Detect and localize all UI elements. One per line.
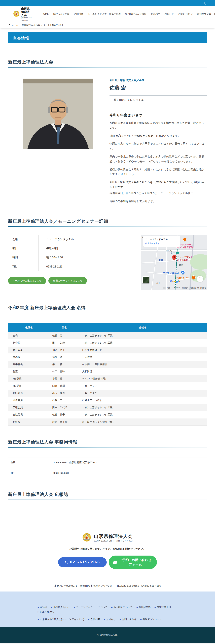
footer-message: ご質問やご相談を承ります。どうぞ、お気軽にお問合せください。	[0, 547, 215, 550]
top-bar	[0, 0, 215, 6]
cell-company: （株）山形チャレンジ工業	[79, 411, 207, 418]
logo-title: 山形県倫理法人会	[21, 7, 32, 17]
footer-link-news[interactable]: ▶お知らせ	[104, 618, 116, 621]
breadcrumb-home[interactable]: ホーム	[12, 24, 18, 26]
nav-contact[interactable]: お問い合わせ	[178, 12, 192, 16]
map-info-title: ニューグランドホテル...	[145, 238, 178, 241]
nav-home[interactable]: HOME	[42, 12, 49, 16]
shopping-poi-icon	[181, 270, 185, 274]
footer-link-chorei[interactable]: ▶活力朝礼について	[111, 606, 132, 609]
footer-logo[interactable]: 山形県倫理法人会 YAMAGATAKEN RINRI HOJINKAI	[0, 533, 215, 543]
footer-link-member-voices[interactable]: ▶会員の声	[88, 618, 100, 621]
nav-seminar-schedule[interactable]: モーニングセミナー開催予定表	[88, 12, 121, 16]
chapter-title: 新庄最上準倫理法人会	[8, 59, 207, 68]
site-footer: 山形県倫理法人会 YAMAGATAKEN RINRI HOJINKAI ご質問や…	[0, 525, 215, 592]
greeting-paragraph: 以前 令和３年度に１年間会長を務め、再登板となります。	[110, 134, 207, 138]
footer-link-morning-seminar[interactable]: ▶モーニングセミナーについて	[74, 606, 107, 609]
office-address-label: 住所	[8, 457, 50, 468]
route-34-badge: 34	[159, 259, 163, 261]
venue-website-button[interactable]: 会場のWEBサイトはこちら	[48, 277, 87, 284]
col-header-position: 役職名	[8, 323, 50, 332]
page-title: 単会情報	[8, 33, 207, 43]
greeting-paragraph: 体調に注意しながら微力で力不足ではございますが、最善を尽くしてまいります。	[110, 142, 207, 151]
contact-form-button[interactable]: ご予約・お問い合わせフォーム	[109, 556, 157, 569]
cell-position: 会長	[8, 332, 50, 339]
seminar-venue-value: ニューグランドホテル	[39, 235, 132, 244]
table-row: 副会長田中 栄造（株）山形チャレンジ工業	[8, 339, 207, 346]
table-row: 朝礼委員小玉 辰彦（有）ヤグチ	[8, 390, 207, 397]
cell-position: 監査	[8, 368, 50, 375]
chapter-section: 新庄最上準倫理法人会	[8, 59, 207, 204]
arrow-icon: ▶	[38, 618, 39, 620]
google-map[interactable]: 庄城跡 313 ホテルルート イン新庄駅前 ニューグランドホテル... 拡大地図…	[141, 235, 207, 290]
seminar-tel-label: TEL	[8, 262, 39, 271]
map-pin-icon	[172, 255, 176, 261]
restaurant-poi-icon	[183, 238, 186, 241]
satellite-toggle[interactable]	[142, 276, 149, 284]
footer-link-home[interactable]: ▶HOME	[38, 606, 47, 609]
footer-link-about[interactable]: ▶倫理法人会とは	[51, 606, 70, 609]
cell-name: 鈴木 富士雄	[50, 418, 79, 426]
nav-member-voices[interactable]: 会員の声	[151, 12, 160, 16]
footer-link-prefecture-list[interactable]: ▶山形県内倫理法人会(モーニングセミナー)	[38, 618, 84, 621]
emblem-icon	[82, 533, 91, 543]
cell-company: （株）山形チャレンジ工業	[79, 332, 207, 339]
cell-company: 最上峡芭蕉ライン観光（株）	[79, 418, 207, 426]
table-row: 広報委員田中 千代子（株）山形チャレンジ工業	[8, 404, 207, 411]
map-label-soba: そば処えびす	[176, 276, 189, 279]
map-label-shinjo: 新庄	[170, 252, 175, 254]
cell-position: 朝礼委員	[8, 390, 50, 397]
main-nav: HOME 倫理法人会とは 活動内容 モーニングセミナー開催予定表 県内倫理法人会…	[42, 12, 215, 16]
footer-link-keieijuku[interactable]: ▶倫理経営塾	[136, 606, 150, 609]
cell-position: 副会長	[8, 339, 50, 346]
restaurant-poi-icon	[191, 275, 195, 279]
mail-contact-button[interactable]: メールでのご連絡はこちら	[8, 277, 46, 284]
footer-link-contact[interactable]: ▶お問い合わせ	[120, 618, 136, 621]
roster-header-row: 役職名 氏名 会社名	[8, 323, 207, 332]
cell-company: （有）ヤグチ	[79, 390, 207, 397]
map-pan-control[interactable]: ˄ ˅ ‹ ›	[197, 276, 203, 282]
logo-subtitle: YAMAGATAKEN RINRI HOJINKAI	[21, 17, 32, 21]
footer-link-downloads[interactable]: ▶書類ダウンロード	[140, 618, 162, 621]
greeting-paragraph: 皆様の朝の貴重な１時間！ 純情（すなお）に学んで家庭・会社の繁栄に活かしてまいり…	[110, 167, 207, 177]
roster-title: 令和8年度 新庄最上準倫理法人会 名簿	[8, 305, 207, 313]
map-label-hotel-route-inn: ホテルルート イン新庄駅前	[180, 243, 193, 249]
table-row: 曜日 毎週木曜日	[8, 244, 132, 253]
table-row: 監査竹田 正弥大和防災	[8, 368, 207, 375]
footer-links-row-1: ▶HOME ▶倫理法人会とは ▶モーニングセミナーについて ▶活力朝礼について …	[38, 606, 177, 613]
nav-downloads[interactable]: 書類ダウンロード	[197, 12, 215, 16]
table-row: MS委員関野 晴樹（有）ヤグチ	[8, 382, 207, 390]
nav-about[interactable]: 倫理法人会とは	[53, 12, 70, 16]
arrow-icon: ▶	[120, 618, 121, 620]
map-info-card: ニューグランドホテル... 拡大地図を表示	[143, 236, 180, 246]
office-table: 住所 〒996-0028 山形県新庄市万場町6-12 TEL 0233-23-4…	[8, 457, 207, 478]
table-row: 住所 〒996-0028 山形県新庄市万場町6-12	[8, 457, 207, 468]
map-terms-link[interactable]: 利用規約	[182, 287, 188, 289]
cell-position: 研修委員	[8, 397, 50, 404]
nav-news[interactable]: お知らせ	[164, 12, 174, 16]
office-tel-label: TEL	[8, 468, 50, 478]
map-enlarge-link[interactable]: 拡大地図を表示	[145, 242, 178, 245]
nav-prefecture-info[interactable]: 県内倫理法人会情報	[125, 12, 146, 16]
breadcrumb-prefecture-info[interactable]: 県内倫理法人会情報	[22, 24, 40, 26]
site-logo[interactable]: 山形県倫理法人会 YAMAGATAKEN RINRI HOJINKAI	[13, 7, 32, 20]
page-banner-frame: 単会情報	[8, 32, 207, 44]
table-row: 会場 ニューグランドホテル	[8, 235, 132, 244]
president-company: （株）山形チャレンジ工業	[110, 95, 207, 105]
map-report-link[interactable]: 地図の誤りを報告する	[190, 287, 206, 289]
cell-name: 佐藤 宏	[50, 332, 79, 339]
cell-position: 事務長	[8, 354, 50, 361]
greeting-body: 令和８年度より新庄最上準倫理法人会の会長を拝命致しました佐藤 宏と申します。 以…	[110, 121, 207, 204]
map-data-credit: 地図データ ©2025	[167, 287, 180, 289]
google-logo: Google	[170, 280, 180, 283]
nav-activities[interactable]: 活動内容	[74, 12, 83, 16]
footer-link-mogamigawa[interactable]: ▶広報誌最上川	[154, 606, 171, 609]
arrow-icon: ▶	[38, 606, 39, 608]
office-title: 新庄最上準倫理法人会 事務局情報	[8, 439, 207, 448]
phone-button[interactable]: 023-615-8966	[58, 557, 107, 567]
footer-link-even-news[interactable]: ▶EVEN NEWS	[38, 610, 54, 613]
cell-position: 広報委員	[8, 404, 50, 411]
cell-name: 須賀 秀子	[50, 346, 79, 354]
cell-company: 三大住建	[79, 354, 207, 361]
search-icon[interactable]	[202, 1, 206, 6]
